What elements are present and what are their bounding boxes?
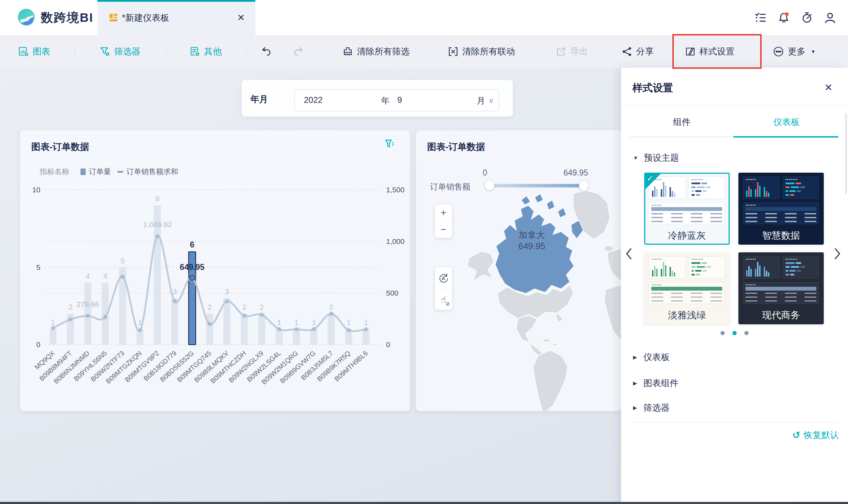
theme-name: 现代商务 [738, 309, 824, 321]
export-button[interactable]: 导出 [556, 35, 588, 68]
svg-text:1: 1 [364, 318, 368, 326]
svg-text:5: 5 [36, 263, 40, 271]
slider-handle-max[interactable] [579, 181, 588, 190]
toolbar-divider [74, 45, 75, 59]
theme-name: 智慧数据 [738, 229, 824, 242]
caret-right-icon: ▶ [633, 354, 637, 360]
style-settings-button[interactable]: 样式设置 [685, 35, 735, 68]
section-chart-component[interactable]: ▶ 图表组件 [633, 377, 679, 389]
tab-close-icon[interactable]: ✕ [237, 12, 245, 23]
combo-bar-line-chart[interactable]: 051005001,0001,5001244519362322111211279… [20, 179, 410, 411]
section-filter[interactable]: ▶ 筛选器 [633, 402, 670, 413]
section-dashboard-label: 仪表板 [644, 351, 670, 363]
theme-card-4[interactable]: 现代商务 [738, 252, 824, 324]
svg-text:1: 1 [347, 318, 351, 326]
more-button[interactable]: 更多 ▼ [773, 35, 816, 68]
tab-components-label: 组件 [673, 116, 691, 128]
clear-links-button[interactable]: 清除所有联动 [448, 35, 515, 68]
toolbar-divider [246, 45, 246, 59]
carousel-next-icon[interactable] [831, 247, 843, 261]
dashboard-tab[interactable]: *新建仪表板 ✕ [97, 0, 255, 35]
document-add-icon [190, 46, 200, 57]
legend-line-label: 订单销售额求和 [126, 167, 178, 177]
line-swatch-icon [117, 171, 123, 173]
svg-text:500: 500 [386, 289, 398, 297]
tab-underline-inactive [630, 137, 733, 137]
svg-text:1: 1 [277, 318, 281, 326]
toolbar: 图表 筛选器 其他 [0, 35, 848, 68]
user-icon[interactable] [824, 12, 836, 24]
order-chart-card: 图表-订单数据 指标名称 订单量 订单销售额求和 051005001,0001, [20, 130, 410, 411]
carousel-dot-2[interactable] [732, 331, 737, 335]
tab-components[interactable]: 组件 [630, 115, 734, 129]
theme-thumbnail [738, 173, 824, 227]
chart-filter-funnel-icon[interactable] [384, 139, 395, 150]
map-reset-rotation-button[interactable]: A [435, 267, 452, 289]
add-filter-label: 筛选器 [114, 46, 141, 57]
slash-circle-icon: ⊘ [445, 301, 450, 307]
map-zoom-out-button[interactable]: − [435, 221, 452, 238]
redo-button[interactable] [293, 35, 304, 68]
history-clock-icon[interactable] [801, 12, 813, 24]
taskbar-edge [0, 502, 848, 504]
map-zoom-in-button[interactable]: + [435, 204, 452, 221]
brand-name: 数跨境BI [41, 9, 93, 26]
map-card-title: 图表-订单数据 [427, 141, 485, 153]
value-range-slider[interactable] [488, 184, 585, 187]
theme-card-3[interactable]: 淡雅浅绿 [644, 252, 730, 324]
svg-text:2: 2 [69, 303, 73, 311]
tab-underline-active [733, 136, 839, 138]
chart-legend: 指标名称 订单量 订单销售额求和 [40, 167, 178, 177]
caret-down-icon: ▼ [633, 155, 638, 161]
task-list-icon[interactable] [755, 12, 767, 24]
year-unit: 年 [381, 95, 390, 106]
add-other-button[interactable]: 其他 [190, 35, 222, 68]
add-chart-button[interactable]: 图表 [18, 35, 50, 68]
undo-button[interactable] [261, 35, 272, 68]
share-button[interactable]: 分享 [622, 35, 654, 68]
theme-name: 淡雅浅绿 [644, 309, 730, 321]
theme-card-1[interactable]: ✓冷静蓝灰 [644, 173, 730, 245]
brand-logo-icon [17, 8, 36, 27]
carousel-dot-1[interactable] [720, 331, 725, 335]
restore-default-label: 恢复默认 [804, 429, 839, 441]
legend-item-bar[interactable]: 订单量 [80, 167, 111, 177]
chart-add-icon [18, 46, 29, 57]
svg-text:0: 0 [386, 340, 390, 349]
section-preset-themes[interactable]: ▼ 预设主题 [633, 152, 679, 164]
svg-text:1,049.92: 1,049.92 [143, 220, 172, 228]
order-map-card: 图表-订单数据 订单销售额 0 649.95 [416, 130, 621, 411]
panel-close-icon[interactable]: ✕ [824, 82, 833, 93]
panel-scrollbar[interactable] [845, 113, 847, 194]
month-unit: 月 [477, 95, 485, 106]
date-filter-label: 年月 [250, 93, 268, 105]
undo-icon [261, 46, 272, 57]
svg-text:0: 0 [36, 340, 40, 349]
clear-links-label: 清除所有联动 [462, 46, 515, 57]
dashboard-tab-label: *新建仪表板 [122, 12, 169, 24]
svg-text:649.95: 649.95 [180, 263, 205, 272]
svg-text:6: 6 [190, 240, 195, 249]
map-pan-toggle-button[interactable]: ☝ ⊘ [435, 289, 452, 310]
restore-default-button[interactable]: ↺ 恢复默认 [792, 429, 839, 441]
add-filter-button[interactable]: 筛选器 [100, 35, 141, 68]
panel-divider [630, 422, 840, 423]
toolbar-divider [166, 45, 166, 59]
tab-dashboard[interactable]: 仪表板 [734, 115, 839, 129]
section-dashboard[interactable]: ▶ 仪表板 [633, 351, 670, 363]
theme-thumbnail [644, 252, 730, 307]
date-filter-input[interactable]: 2022 年 9 月 ∨ [294, 89, 499, 111]
svg-text:2: 2 [329, 303, 333, 311]
clear-filters-button[interactable]: 清除所有筛选 [343, 35, 410, 68]
legend-item-line[interactable]: 订单销售额求和 [117, 167, 178, 177]
slider-handle-min[interactable] [485, 181, 494, 190]
carousel-dots [621, 331, 848, 335]
more-icon [773, 46, 784, 57]
carousel-prev-icon[interactable] [623, 247, 635, 261]
notification-bell-icon[interactable] [778, 12, 790, 24]
svg-text:5: 5 [120, 257, 125, 265]
theme-card-2[interactable]: 智慧数据 [738, 173, 824, 245]
carousel-dot-3[interactable] [744, 331, 749, 335]
brand: 数跨境BI [17, 0, 93, 35]
restore-icon: ↺ [792, 430, 800, 441]
